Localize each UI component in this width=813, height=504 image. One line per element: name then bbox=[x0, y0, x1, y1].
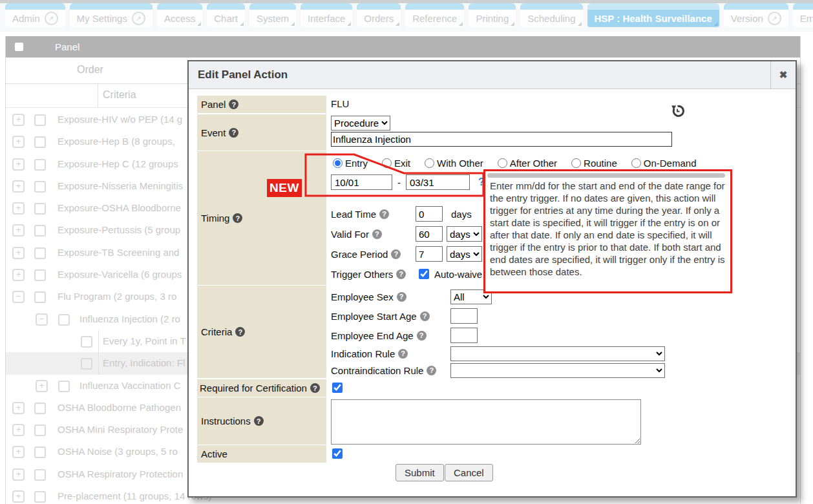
help-icon[interactable] bbox=[379, 209, 389, 219]
instructions-textarea[interactable] bbox=[331, 399, 641, 445]
row-checkbox[interactable] bbox=[34, 291, 46, 303]
trigger-others-checkbox[interactable] bbox=[419, 269, 429, 279]
row-checkbox[interactable] bbox=[34, 403, 46, 414]
radio-exit[interactable]: Exit bbox=[382, 158, 410, 169]
close-icon[interactable] bbox=[770, 61, 796, 89]
row-checkbox[interactable] bbox=[34, 491, 46, 503]
tab-chart[interactable]: Chart bbox=[207, 3, 245, 27]
tab-reference[interactable]: Reference bbox=[405, 3, 464, 27]
expand-icon[interactable] bbox=[12, 247, 25, 259]
expand-icon[interactable] bbox=[12, 114, 25, 126]
active-checkbox[interactable] bbox=[332, 448, 343, 459]
expand-icon[interactable] bbox=[12, 224, 25, 236]
help-icon[interactable] bbox=[229, 100, 238, 109]
radio-on-demand-input[interactable] bbox=[631, 158, 641, 168]
employee-start-age-input[interactable] bbox=[450, 308, 478, 324]
row-checkbox[interactable] bbox=[34, 446, 46, 458]
radio-entry[interactable]: Entry bbox=[333, 158, 368, 169]
row-checkbox[interactable] bbox=[34, 203, 46, 215]
tab-employer-organizations[interactable]: Employer Organi bbox=[793, 3, 813, 27]
tab-admin[interactable]: Admin↗ bbox=[5, 3, 65, 27]
external-link-icon[interactable]: ↗ bbox=[45, 12, 58, 25]
tab-hsp-health-surveillance[interactable]: HSP : Health Surveillance bbox=[587, 3, 719, 27]
radio-exit-input[interactable] bbox=[382, 158, 392, 168]
tab-orders[interactable]: Orders bbox=[357, 3, 401, 27]
expand-icon[interactable] bbox=[12, 202, 25, 215]
expand-icon[interactable] bbox=[12, 490, 25, 503]
expand-icon[interactable] bbox=[12, 468, 25, 481]
radio-routine-input[interactable] bbox=[571, 158, 581, 168]
external-link-icon[interactable]: ↗ bbox=[132, 12, 145, 25]
submit-button[interactable]: Submit bbox=[396, 464, 444, 481]
tab-interface[interactable]: Interface bbox=[301, 3, 352, 27]
tab-access[interactable]: Access bbox=[157, 3, 202, 27]
tab-my-settings[interactable]: My Settings↗ bbox=[70, 3, 153, 27]
row-checkbox[interactable] bbox=[34, 247, 46, 259]
help-icon[interactable] bbox=[310, 383, 320, 393]
event-type-select[interactable]: Procedure bbox=[331, 116, 390, 131]
radio-routine[interactable]: Routine bbox=[571, 158, 617, 169]
help-icon[interactable] bbox=[229, 128, 238, 138]
expand-icon[interactable] bbox=[12, 158, 25, 171]
end-date-input[interactable] bbox=[406, 174, 470, 190]
help-icon[interactable] bbox=[372, 229, 382, 239]
row-checkbox[interactable] bbox=[34, 181, 46, 193]
row-checkbox[interactable] bbox=[58, 381, 70, 392]
expand-icon[interactable] bbox=[12, 446, 25, 458]
indication-rule-select[interactable] bbox=[450, 346, 665, 361]
expand-icon[interactable] bbox=[12, 180, 25, 193]
help-icon[interactable] bbox=[254, 416, 264, 426]
collapse-icon[interactable] bbox=[36, 313, 48, 326]
cancel-button[interactable]: Cancel bbox=[445, 464, 493, 481]
row-checkbox[interactable] bbox=[34, 425, 46, 436]
tab-printing[interactable]: Printing bbox=[469, 3, 516, 27]
radio-entry-input[interactable] bbox=[333, 158, 343, 168]
valid-for-input[interactable] bbox=[416, 226, 443, 242]
tab-version[interactable]: Version↗ bbox=[724, 3, 788, 27]
required-certification-checkbox[interactable] bbox=[332, 383, 343, 393]
row-checkbox[interactable] bbox=[58, 314, 70, 326]
select-all-checkbox[interactable] bbox=[15, 43, 23, 51]
expand-icon[interactable] bbox=[12, 269, 25, 281]
help-icon[interactable] bbox=[398, 349, 408, 359]
help-icon[interactable] bbox=[233, 213, 242, 223]
row-checkbox[interactable] bbox=[81, 358, 92, 370]
row-checkbox[interactable] bbox=[34, 136, 46, 148]
lead-time-input[interactable] bbox=[416, 206, 443, 222]
grace-period-unit-select[interactable]: days bbox=[447, 246, 482, 262]
radio-with-other[interactable]: With Other bbox=[425, 158, 483, 169]
help-icon[interactable] bbox=[417, 331, 427, 341]
expand-icon[interactable] bbox=[12, 424, 25, 436]
tooltip-scrollbar[interactable] bbox=[487, 173, 725, 178]
radio-with-other-input[interactable] bbox=[425, 158, 434, 168]
radio-on-demand[interactable]: On-Demand bbox=[631, 158, 697, 169]
row-checkbox[interactable] bbox=[34, 159, 46, 171]
help-icon[interactable] bbox=[427, 366, 436, 375]
row-checkbox[interactable] bbox=[34, 269, 46, 281]
event-name-input[interactable] bbox=[331, 132, 672, 147]
tab-label: Scheduling bbox=[527, 13, 575, 24]
expand-icon[interactable] bbox=[12, 136, 25, 148]
contraindication-rule-select[interactable] bbox=[450, 363, 665, 378]
employee-end-age-input[interactable] bbox=[450, 328, 478, 343]
valid-for-unit-select[interactable]: days bbox=[447, 226, 482, 242]
radio-after-other[interactable]: After Other bbox=[498, 158, 557, 169]
help-icon[interactable] bbox=[396, 269, 406, 279]
row-checkbox[interactable] bbox=[34, 469, 46, 481]
row-checkbox[interactable] bbox=[81, 336, 92, 348]
row-checkbox[interactable] bbox=[34, 225, 46, 236]
row-checkbox[interactable] bbox=[34, 114, 46, 126]
expand-icon[interactable] bbox=[12, 402, 25, 414]
start-date-input[interactable] bbox=[331, 174, 392, 190]
radio-after-other-input[interactable] bbox=[498, 158, 507, 168]
external-link-icon[interactable]: ↗ bbox=[768, 12, 781, 25]
tab-scheduling[interactable]: Scheduling bbox=[520, 3, 582, 27]
expand-icon[interactable] bbox=[36, 380, 48, 392]
grace-period-input[interactable] bbox=[416, 246, 443, 262]
help-icon[interactable] bbox=[235, 327, 245, 337]
help-icon[interactable] bbox=[391, 249, 401, 259]
help-icon[interactable] bbox=[420, 311, 430, 321]
collapse-icon[interactable] bbox=[12, 291, 25, 303]
tab-system[interactable]: System bbox=[249, 3, 296, 27]
help-icon[interactable] bbox=[397, 292, 406, 302]
